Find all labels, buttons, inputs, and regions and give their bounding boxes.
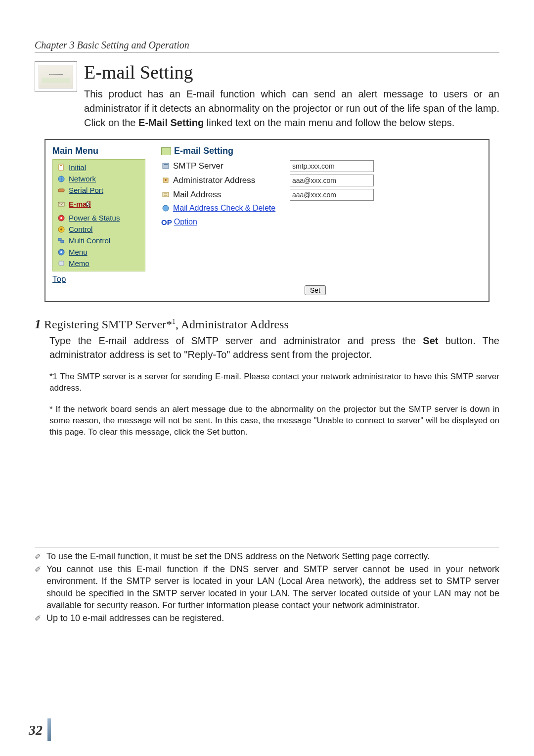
smtp-server-label: SMTP Server — [173, 161, 223, 171]
menu-item-serial-port[interactable]: Serial Port — [56, 184, 142, 196]
menu-item-initial[interactable]: Initial — [56, 162, 142, 173]
intro-text-b: linked text on the main menu and follow … — [204, 117, 454, 128]
hand-icon: ✐ — [35, 563, 44, 575]
menu-item-label: Initial — [69, 163, 86, 172]
svg-rect-3 — [58, 189, 64, 192]
smtp-server-input[interactable] — [290, 160, 374, 172]
globe-icon — [161, 204, 170, 212]
note-1-text: *1 The SMTP server is a server for sendi… — [49, 372, 499, 393]
menu-item-label: Memo — [69, 259, 89, 267]
footnote-1-text: To use the E-mail function, it must be s… — [46, 550, 499, 562]
main-menu-list: Initial Network Serial Port E-mail — [52, 159, 145, 271]
step-heading-a: Registering SMTP Server* — [44, 318, 172, 331]
page-number: 32 — [29, 722, 43, 738]
envelope-icon — [161, 147, 171, 155]
globe-icon — [57, 175, 66, 183]
main-menu-column: Main Menu Initial Network Serial Port — [45, 140, 156, 301]
admin-address-row: Administrator Address — [161, 175, 484, 186]
footnote-1: ✐ To use the E-mail function, it must be… — [35, 550, 499, 562]
mail-address-label: Mail Address — [173, 190, 221, 200]
step-body-bold: Set — [423, 335, 438, 346]
menu-item-control[interactable]: Control — [56, 223, 142, 235]
footnote-3-text: Up to 10 e-mail addresses can be registe… — [46, 612, 499, 624]
menu-item-email[interactable]: E-mail — [56, 196, 142, 212]
set-button[interactable]: Set — [305, 285, 326, 295]
footnote-3: ✐ Up to 10 e-mail addresses can be regis… — [35, 612, 499, 624]
footnotes: ✐ To use the E-mail function, it must be… — [35, 547, 499, 624]
svg-point-12 — [60, 251, 62, 253]
screenshot-box: Main Menu Initial Network Serial Port — [44, 139, 490, 302]
menu-item-power-status[interactable]: Power & Status — [56, 212, 142, 223]
note-2-a: * If the network board sends an alert me… — [49, 404, 499, 437]
step-body: Type the E-mail address of SMTP server a… — [49, 334, 499, 361]
note-2-bold: Set — [207, 427, 220, 437]
page-icon — [57, 164, 66, 172]
thumbnail-frame — [35, 61, 77, 92]
svg-point-19 — [163, 205, 169, 211]
menu-item-multi-control[interactable]: Multi Control — [56, 235, 142, 246]
option-link[interactable]: Option — [174, 218, 197, 226]
svg-rect-14 — [163, 163, 169, 169]
page-title: E-mail Setting — [84, 61, 499, 83]
menu-item-label: Control — [69, 225, 92, 233]
mail-icon — [161, 191, 170, 199]
menu-item-label: Serial Port — [69, 186, 103, 194]
op-badge: OP — [161, 218, 172, 226]
mail-address-row: Mail Address — [161, 189, 484, 201]
svg-rect-15 — [164, 164, 168, 165]
note-2: * If the network board sends an alert me… — [49, 404, 499, 438]
chapter-header: Chapter 3 Basic Setting and Operation — [35, 40, 499, 52]
power-icon — [57, 214, 66, 222]
menu-item-memo[interactable]: Memo — [56, 258, 142, 269]
gear-icon — [57, 248, 66, 256]
panel-title: E-mail Setting — [161, 146, 484, 156]
menu-item-network[interactable]: Network — [56, 173, 142, 184]
intro-bold: E-Mail Setting — [138, 117, 204, 128]
mail-check-delete-text: Mail Address Check & Delete — [173, 204, 275, 213]
intro-paragraph: This product has an E-mail function whic… — [84, 87, 499, 130]
footnote-2-text: You cannot use this E-mail function if t… — [46, 563, 499, 611]
mail-address-input[interactable] — [290, 189, 374, 201]
control-icon — [57, 225, 66, 233]
svg-rect-0 — [59, 164, 63, 171]
smtp-server-row: SMTP Server — [161, 160, 484, 172]
svg-rect-13 — [59, 261, 64, 266]
note-1: *1 The SMTP server is a server for sendi… — [49, 371, 499, 394]
top-link[interactable]: Top — [52, 274, 66, 284]
option-row: OP Option — [161, 218, 484, 226]
admin-address-label: Administrator Address — [173, 176, 255, 185]
menu-item-menu[interactable]: Menu — [56, 246, 142, 258]
menu-item-label: Menu — [69, 248, 88, 256]
admin-address-input[interactable] — [290, 175, 374, 186]
title-row: E-mail Setting This product has an E-mai… — [35, 61, 499, 130]
cursor-icon — [85, 201, 92, 211]
mail-check-delete-link[interactable]: Mail Address Check & Delete — [161, 204, 484, 213]
main-menu-title: Main Menu — [52, 146, 156, 156]
envelope-icon — [57, 200, 66, 208]
hand-icon: ✐ — [35, 550, 44, 562]
menu-item-label: Multi Control — [69, 236, 110, 245]
step-number: 1 — [35, 317, 41, 332]
multi-icon — [57, 237, 66, 245]
svg-point-17 — [165, 179, 167, 181]
step-body-a: Type the E-mail address of SMTP server a… — [49, 335, 423, 346]
email-setting-panel: E-mail Setting SMTP Server Administrator… — [156, 140, 489, 301]
hand-icon: ✐ — [35, 612, 44, 624]
svg-point-6 — [60, 217, 62, 219]
svg-rect-18 — [163, 192, 169, 197]
step-heading: 1 Registering SMTP Server*1, Administrat… — [35, 317, 499, 332]
menu-item-label: Power & Status — [69, 214, 120, 222]
port-icon — [57, 186, 66, 194]
memo-icon — [57, 260, 66, 267]
note-2-b: button. — [220, 427, 248, 437]
thumbnail-image — [39, 65, 73, 89]
admin-icon — [161, 177, 170, 184]
svg-rect-10 — [61, 240, 64, 243]
svg-point-8 — [60, 228, 62, 230]
footnote-2: ✐ You cannot use this E-mail function if… — [35, 563, 499, 611]
page-number-bar — [47, 718, 51, 741]
step-heading-b: , Administrator Address — [176, 318, 289, 331]
svg-rect-1 — [60, 165, 62, 166]
panel-title-text: E-mail Setting — [174, 146, 233, 156]
server-icon — [161, 162, 170, 170]
